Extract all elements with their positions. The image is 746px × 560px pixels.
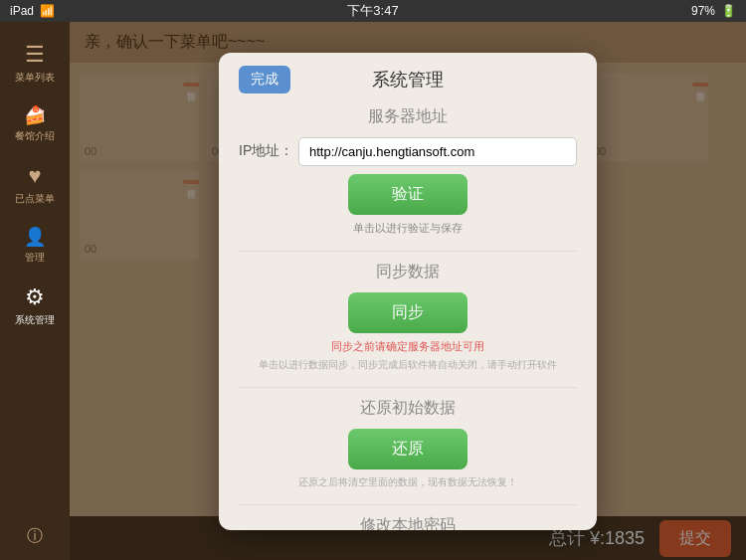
restore-hint: 还原之后将清空里面的数据，现有数据无法恢复！ (239, 475, 577, 489)
verify-button[interactable]: 验证 (348, 174, 467, 215)
restaurant-icon: 🍰 (24, 104, 46, 126)
restore-section-title: 还原初始数据 (239, 398, 577, 419)
battery-label: 97% (691, 4, 715, 18)
server-section: 服务器地址 IP地址： 验证 单击以进行验证与保存 (239, 106, 577, 236)
sidebar-item-info[interactable]: ⓘ (0, 516, 70, 560)
status-left: iPad 📶 (10, 4, 55, 18)
sidebar-item-ordered[interactable]: ♥ 已点菜单 (0, 153, 70, 216)
verify-hint: 单击以进行验证与保存 (239, 221, 577, 236)
divider-3 (239, 504, 577, 505)
restore-button[interactable]: 还原 (348, 429, 467, 469)
modal-done-button[interactable]: 完成 (239, 66, 290, 93)
sync-section: 同步数据 同步 同步之前请确定服务器地址可用 单击以进行数据同步，同步完成后软件… (239, 262, 577, 372)
ip-row: IP地址： (239, 137, 577, 166)
modal-title: 系统管理 (372, 68, 444, 92)
sidebar-label-restaurant: 餐馆介绍 (15, 129, 55, 143)
restore-section: 还原初始数据 还原 还原之后将清空里面的数据，现有数据无法恢复！ (239, 398, 577, 489)
sidebar-label-system: 系统管理 (15, 313, 55, 327)
sidebar-item-management[interactable]: 👤 管理 (0, 216, 70, 275)
sidebar-item-restaurant-intro[interactable]: 🍰 餐馆介绍 (0, 94, 70, 153)
status-right: 97% 🔋 (691, 4, 736, 18)
sync-section-title: 同步数据 (239, 262, 577, 282)
modal-header: 完成 系统管理 (239, 68, 577, 92)
sidebar-item-system[interactable]: ⚙ 系统管理 (0, 275, 70, 337)
menu-list-icon: ☰ (25, 42, 45, 68)
server-section-title: 服务器地址 (239, 106, 577, 127)
sidebar: ☰ 菜单列表 🍰 餐馆介绍 ♥ 已点菜单 👤 管理 ⚙ 系统管理 ⓘ (0, 22, 70, 560)
status-bar: iPad 📶 下午3:47 97% 🔋 (0, 0, 746, 22)
modal-overlay: 完成 系统管理 服务器地址 IP地址： 验证 单击以进行验证与保存 同步数 (70, 22, 746, 560)
wifi-icon: 📶 (40, 4, 55, 18)
divider-1 (239, 251, 577, 252)
info-icon: ⓘ (27, 526, 43, 547)
password-section: 修改本地密码 修改密码 此密码是进入系统管理的密码，不是管理密码和菜品，如需改变… (239, 515, 577, 530)
main-area: 亲，确认一下菜单吧~~~~ 00 窗柜推荐 00 窗柜推荐 00 窗柜推荐 00… (70, 22, 746, 560)
divider-2 (239, 387, 577, 388)
ip-label: IP地址： (239, 142, 298, 160)
gear-icon: ⚙ (25, 284, 45, 310)
ip-input[interactable] (298, 137, 577, 166)
status-time: 下午3:47 (347, 2, 398, 20)
sidebar-item-menu-list[interactable]: ☰ 菜单列表 (0, 32, 70, 94)
system-management-modal: 完成 系统管理 服务器地址 IP地址： 验证 单击以进行验证与保存 同步数 (219, 53, 597, 530)
sidebar-label-management: 管理 (25, 251, 45, 265)
password-section-title: 修改本地密码 (239, 515, 577, 530)
ipad-label: iPad (10, 4, 34, 18)
person-icon: 👤 (24, 226, 46, 248)
app-container: ☰ 菜单列表 🍰 餐馆介绍 ♥ 已点菜单 👤 管理 ⚙ 系统管理 ⓘ 亲，确认一… (0, 22, 746, 560)
heart-icon: ♥ (28, 163, 41, 189)
sync-hint-red: 同步之前请确定服务器地址可用 (239, 339, 577, 354)
sidebar-label-menu-list: 菜单列表 (15, 71, 55, 85)
battery-icon: 🔋 (721, 4, 736, 18)
sync-hint: 单击以进行数据同步，同步完成后软件将自动关闭，请手动打开软件 (239, 358, 577, 372)
sync-button[interactable]: 同步 (348, 292, 467, 333)
sidebar-label-ordered: 已点菜单 (15, 192, 55, 206)
